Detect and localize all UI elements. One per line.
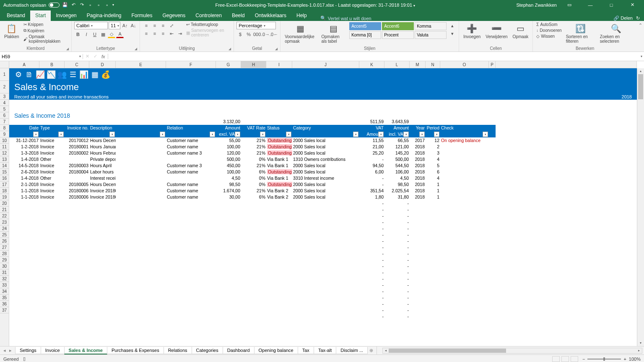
number-launcher-icon[interactable]: ◢: [275, 47, 278, 51]
filter-button[interactable]: [260, 132, 265, 137]
hscroll-thumb[interactable]: [389, 349, 506, 353]
autosum-button[interactable]: ΣAutoSom: [535, 22, 562, 27]
table-row[interactable]: --: [9, 251, 637, 257]
number-format-combo[interactable]: Percentage▾: [236, 22, 276, 29]
column-headers[interactable]: ABCDEFGHIJKLMNOP: [9, 61, 637, 68]
tell-me-search[interactable]: 🔍 Vertel wat u wilt doen: [320, 16, 371, 21]
table-row[interactable]: 1-4-2018OtherPrivate deposit500,000%Via …: [9, 156, 637, 163]
sheet-tab-tax[interactable]: Tax: [298, 347, 314, 354]
styles-more-up-icon[interactable]: ▴: [449, 22, 456, 29]
barchart-icon[interactable]: 📊: [79, 70, 89, 80]
filter-button[interactable]: [353, 132, 358, 137]
tab-split-handle[interactable]: [377, 346, 379, 354]
ribbon-display-icon[interactable]: ▭: [561, 0, 578, 10]
tab-help[interactable]: Help: [291, 10, 312, 21]
autosave-toggle[interactable]: [49, 3, 60, 8]
zoom-out-icon[interactable]: −: [582, 357, 585, 362]
tab-formulas[interactable]: Formules: [127, 10, 158, 21]
align-right-icon[interactable]: ≡: [159, 30, 167, 37]
font-name-combo[interactable]: Calibri▾: [74, 22, 108, 29]
people-icon[interactable]: 👥: [57, 70, 67, 80]
align-top-icon[interactable]: ≡: [143, 22, 150, 29]
underline-button[interactable]: U: [91, 31, 99, 38]
style-accent6[interactable]: Accent6: [382, 22, 414, 30]
tab-view[interactable]: Beeld: [227, 10, 250, 21]
bold-button[interactable]: B: [74, 31, 82, 38]
view-pagebreak-icon[interactable]: [571, 356, 578, 362]
style-accent5[interactable]: Accent5: [349, 22, 381, 30]
table-row[interactable]: --: [9, 313, 637, 320]
table-row[interactable]: 1-2-2018Invoice20180001Hours JanuaryCust…: [9, 144, 637, 150]
italic-button[interactable]: I: [83, 31, 90, 38]
comma-icon[interactable]: 000: [253, 31, 261, 38]
table-row[interactable]: --: [9, 282, 637, 288]
scroll-thumb[interactable]: [638, 74, 643, 99]
clipboard-launcher-icon[interactable]: ◢: [66, 47, 69, 51]
gear-icon[interactable]: ⚙: [13, 70, 23, 80]
fx-icon[interactable]: fx: [101, 54, 105, 59]
maximize-icon[interactable]: □: [603, 0, 620, 10]
align-center-icon[interactable]: ≡: [151, 30, 158, 37]
coins-icon[interactable]: 💰: [101, 70, 111, 80]
indent-inc-icon[interactable]: ⇥: [176, 30, 184, 37]
fill-button[interactable]: ↓Doorvoeren: [535, 28, 562, 33]
tab-insert[interactable]: Invoegen: [51, 10, 81, 21]
filter-button[interactable]: [483, 132, 488, 137]
filter-button[interactable]: [378, 132, 384, 137]
align-middle-icon[interactable]: ≡: [151, 22, 158, 29]
table-row[interactable]: --: [9, 276, 637, 282]
scroll-down-icon[interactable]: ▾: [637, 340, 644, 346]
view-pagelayout-icon[interactable]: [561, 356, 569, 362]
filter-button[interactable]: [109, 132, 115, 137]
alignment-launcher-icon[interactable]: ◢: [229, 47, 231, 51]
enter-fx-icon[interactable]: ✓: [93, 54, 97, 59]
font-color-button[interactable]: A: [116, 31, 124, 38]
sort-filter-button[interactable]: 🔃Sorteren en filteren: [564, 22, 597, 44]
table-row[interactable]: --: [9, 288, 637, 295]
table-row[interactable]: 14-5-2018Invoice20180003Hours AprilCusto…: [9, 163, 637, 169]
table-row[interactable]: --: [9, 244, 637, 251]
copy-button[interactable]: ⧉Kopiëren: [23, 28, 69, 34]
tab-data[interactable]: Gegevens: [158, 10, 191, 21]
save-icon[interactable]: 💾: [62, 2, 68, 8]
qat-icon2[interactable]: ▫: [96, 2, 101, 8]
insert-cells-button[interactable]: ➕Invoegen: [462, 22, 482, 40]
tab-developer[interactable]: Ontwikkelaars: [250, 10, 291, 21]
increase-decimal-icon[interactable]: .0→: [262, 31, 269, 38]
table-row[interactable]: --: [9, 207, 637, 213]
collapse-ribbon-icon[interactable]: ⌃: [637, 21, 644, 52]
table-row[interactable]: 2-1-2018Invoice20180005Hours December 31…: [9, 181, 637, 188]
sheet-tab-settings[interactable]: Settings: [15, 347, 41, 354]
delete-cells-button[interactable]: ➖Verwijderen: [484, 22, 509, 40]
style-komma[interactable]: Komma: [415, 22, 447, 30]
name-box[interactable]: H59▾: [0, 54, 83, 59]
indent-dec-icon[interactable]: ⇤: [168, 30, 175, 37]
style-komma0[interactable]: Komma [0]: [349, 31, 381, 39]
clear-button[interactable]: ◇Wissen: [535, 34, 562, 39]
cut-button[interactable]: ✂Knippen: [23, 22, 69, 27]
graph-icon[interactable]: 📉: [46, 70, 56, 80]
table-row[interactable]: 1-4-2018OtherInterest received4,500%Via …: [9, 175, 637, 181]
qat-icon[interactable]: ▫: [87, 2, 93, 8]
vertical-scrollbar[interactable]: ▴ ▾: [637, 68, 644, 346]
table-row[interactable]: --: [9, 295, 637, 301]
page-icon[interactable]: 🗎: [24, 70, 34, 80]
sheet-tab-relations[interactable]: Relations: [164, 347, 192, 354]
filter-button[interactable]: [235, 132, 240, 137]
tab-review[interactable]: Controleren: [190, 10, 227, 21]
filter-button[interactable]: [403, 132, 409, 137]
hscroll-right-icon[interactable]: ▸: [636, 348, 642, 353]
format-as-table-button[interactable]: ▤Opmaken als tabel: [319, 22, 347, 44]
table-row[interactable]: --: [9, 238, 637, 244]
sheet-tab-sales[interactable]: Sales & Income: [64, 347, 107, 354]
share-button[interactable]: 🔗 Delen: [613, 16, 633, 21]
styles-more-down-icon[interactable]: ▾: [449, 30, 456, 37]
tab-nav-prev-icon[interactable]: ▸: [9, 348, 12, 353]
shrink-font-icon[interactable]: A↓: [130, 22, 137, 29]
table-row[interactable]: --: [9, 307, 637, 313]
select-all-button[interactable]: [0, 61, 9, 68]
sheet-tab-opening[interactable]: Opening balance: [254, 347, 298, 354]
grow-font-icon[interactable]: A↑: [121, 22, 129, 29]
expand-formula-bar-icon[interactable]: ▾: [639, 54, 644, 58]
row-headers[interactable]: 1234567891011121314151617181920212223242…: [0, 68, 9, 346]
